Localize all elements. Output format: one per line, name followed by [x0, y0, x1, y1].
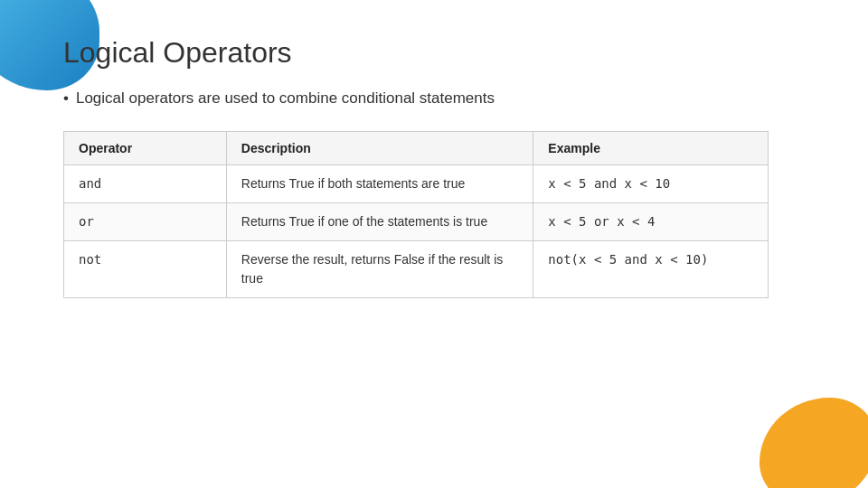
cell-operator: not [64, 240, 227, 297]
intro-text: Logical operators are used to combine co… [76, 88, 495, 109]
header-description: Description [226, 131, 533, 164]
cell-description: Returns True if both statements are true [226, 164, 533, 202]
cell-example: x < 5 or x < 4 [533, 202, 769, 240]
cell-description: Reverse the result, returns False if the… [226, 240, 533, 297]
cell-description: Returns True if one of the statements is… [226, 202, 533, 240]
table-row: orReturns True if one of the statements … [64, 202, 769, 240]
table-header-row: Operator Description Example [64, 131, 769, 164]
main-content: Logical Operators • Logical operators ar… [0, 0, 868, 334]
header-example: Example [533, 131, 769, 164]
table-row: andReturns True if both statements are t… [64, 164, 769, 202]
decorative-blob-bottom-right [760, 398, 868, 488]
cell-example: x < 5 and x < 10 [533, 164, 769, 202]
page-title: Logical Operators [63, 36, 814, 70]
operators-table: Operator Description Example andReturns … [63, 131, 769, 298]
cell-operator: or [64, 202, 227, 240]
bullet-marker: • [63, 88, 69, 109]
table-row: notReverse the result, returns False if … [64, 240, 769, 297]
cell-example: not(x < 5 and x < 10) [533, 240, 769, 297]
header-operator: Operator [64, 131, 227, 164]
bullet-intro: • Logical operators are used to combine … [63, 88, 814, 109]
cell-operator: and [64, 164, 227, 202]
